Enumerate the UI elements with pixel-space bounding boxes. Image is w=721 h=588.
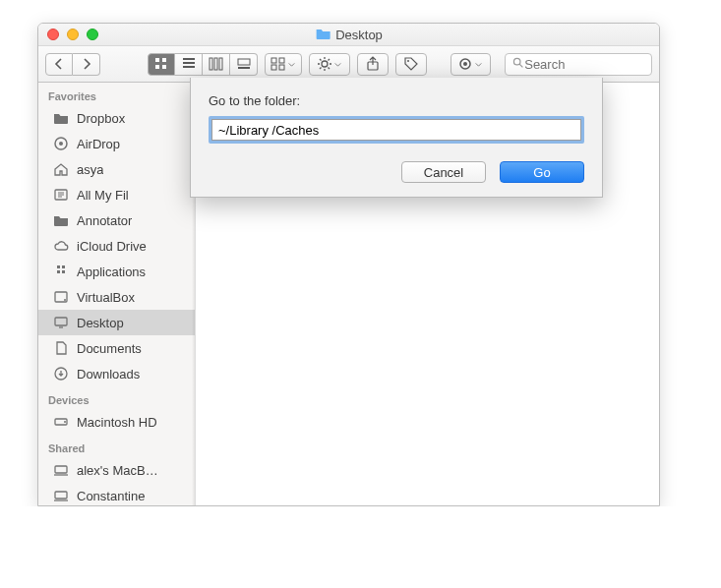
sidebar-item-downloads[interactable]: Downloads <box>38 361 195 386</box>
sidebar-item-documents[interactable]: Documents <box>38 335 195 361</box>
search-field[interactable] <box>505 53 652 76</box>
documents-icon <box>52 339 70 357</box>
go-to-folder-label: Go to the folder: <box>209 93 584 108</box>
icon-view-button[interactable] <box>148 53 175 76</box>
sidebar-item-shared-constantine[interactable]: Constantine <box>38 483 195 505</box>
hdd-icon <box>52 413 70 431</box>
sidebar-item-dropbox[interactable]: Dropbox <box>38 105 195 131</box>
sidebar-item-label: alex's MacB… <box>77 463 158 478</box>
sidebar-item-virtualbox[interactable]: VirtualBox <box>38 284 195 310</box>
window-zoom-button[interactable] <box>87 29 98 40</box>
sidebar-item-label: Desktop <box>77 316 124 330</box>
sidebar-item-label: Macintosh HD <box>77 415 157 430</box>
go-button[interactable]: Go <box>500 161 584 183</box>
search-input[interactable] <box>524 57 651 72</box>
sidebar-item-label: iCloud Drive <box>77 239 147 254</box>
section-header-favorites: Favorites <box>38 83 195 105</box>
sidebar-item-label: asya <box>77 162 103 177</box>
computer-icon <box>52 487 70 504</box>
cancel-button[interactable]: Cancel <box>401 161 486 183</box>
desktop-icon <box>52 314 70 331</box>
sidebar-item-label: Annotator <box>77 213 132 228</box>
sidebar-item-label: All My Fil <box>77 188 129 203</box>
sidebar-item-applications[interactable]: Applications <box>38 259 195 284</box>
sidebar-item-home[interactable]: asya <box>38 156 195 182</box>
action-gear-button[interactable] <box>309 53 350 76</box>
window-title: Desktop <box>335 28 383 42</box>
nav-segment <box>45 53 100 76</box>
sidebar-item-icloud[interactable]: iCloud Drive <box>38 233 195 259</box>
folder-icon <box>52 211 70 229</box>
finder-window: Desktop Favorites Dropbox AirDr <box>37 23 660 506</box>
quicklook-button[interactable] <box>451 53 492 76</box>
folder-icon <box>315 26 330 44</box>
home-icon <box>52 160 70 178</box>
column-view-button[interactable] <box>203 53 230 76</box>
sidebar-item-airdrop[interactable]: AirDrop <box>38 131 195 156</box>
folder-icon <box>52 109 70 127</box>
coverflow-view-button[interactable] <box>230 53 258 76</box>
tags-button[interactable] <box>395 53 427 76</box>
sidebar-item-label: Dropbox <box>77 111 125 126</box>
cloud-icon <box>52 237 70 255</box>
sidebar-item-annotator[interactable]: Annotator <box>38 207 195 233</box>
view-segment <box>148 53 258 76</box>
arrange-button[interactable] <box>265 53 302 76</box>
section-header-shared: Shared <box>38 435 195 457</box>
go-to-folder-sheet: Go to the folder: Cancel Go <box>190 78 603 198</box>
sidebar-item-desktop[interactable]: Desktop <box>38 310 195 335</box>
sidebar-item-label: AirDrop <box>77 137 120 151</box>
sidebar-item-label: Constantine <box>77 489 145 503</box>
section-header-devices: Devices <box>38 386 195 409</box>
sidebar-item-label: Documents <box>77 341 142 356</box>
list-view-button[interactable] <box>175 53 203 76</box>
allfiles-icon <box>52 186 70 204</box>
back-button[interactable] <box>45 53 73 76</box>
sidebar-item-label: Downloads <box>77 367 140 382</box>
window-close-button[interactable] <box>47 29 59 40</box>
forward-button[interactable] <box>73 53 100 76</box>
sidebar-item-allmyfiles[interactable]: All My Fil <box>38 182 195 207</box>
applications-icon <box>52 263 70 280</box>
disk-icon <box>52 288 70 306</box>
search-icon <box>511 56 524 72</box>
titlebar: Desktop <box>38 24 659 46</box>
window-minimize-button[interactable] <box>67 29 79 40</box>
computer-icon <box>52 461 70 479</box>
sidebar: Favorites Dropbox AirDrop asya All My Fi… <box>38 83 196 505</box>
airdrop-icon <box>52 135 70 152</box>
sidebar-item-shared-alex[interactable]: alex's MacB… <box>38 457 195 483</box>
share-button[interactable] <box>357 53 389 76</box>
downloads-icon <box>52 365 70 382</box>
go-to-folder-input[interactable] <box>211 119 581 141</box>
sidebar-item-macintosh-hd[interactable]: Macintosh HD <box>38 409 195 435</box>
sidebar-item-label: Applications <box>77 265 146 279</box>
sidebar-item-label: VirtualBox <box>77 290 135 305</box>
